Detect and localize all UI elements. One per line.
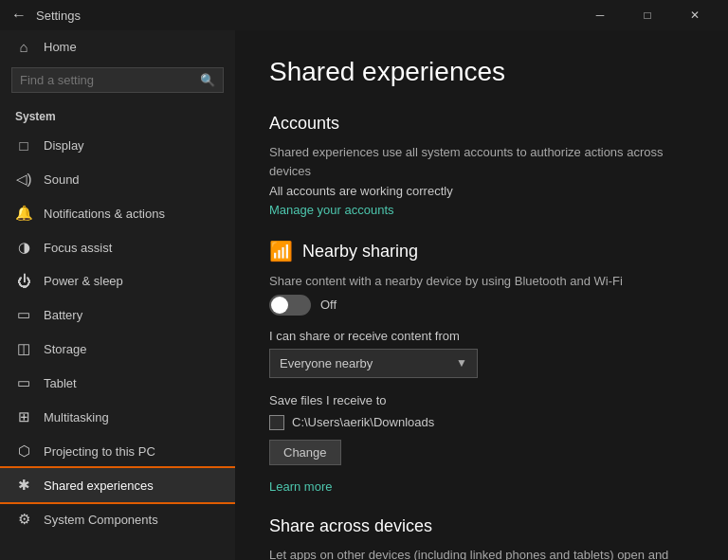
- home-icon: ⌂: [15, 39, 32, 55]
- sidebar-home-label: Home: [44, 40, 77, 54]
- share-from-label: I can share or receive content from: [269, 329, 694, 343]
- sidebar-item-components[interactable]: ⚙ System Components: [0, 502, 235, 536]
- display-icon: □: [15, 137, 32, 154]
- sidebar-item-shared[interactable]: ✱ Shared experiences: [0, 468, 235, 502]
- window-controls: ─ □ ✕: [578, 0, 717, 30]
- battery-icon: ▭: [15, 306, 32, 323]
- nearby-toggle-label: Off: [320, 298, 337, 312]
- search-input[interactable]: [20, 73, 194, 87]
- savefile-path: C:\Users\aerik\Downloads: [292, 415, 434, 429]
- titlebar: ← Settings ─ □ ✕: [0, 0, 728, 30]
- share-devices-description: Let apps on other devices (including lin…: [269, 546, 694, 561]
- accounts-title: Accounts: [269, 114, 694, 134]
- power-icon: ⏻: [15, 273, 32, 289]
- components-icon: ⚙: [15, 511, 32, 528]
- nearby-sharing-description: Share content with a nearby device by us…: [269, 272, 694, 291]
- save-files-label: Save files I receive to: [269, 393, 694, 407]
- storage-icon: ◫: [15, 340, 32, 357]
- nearby-sharing-title: Nearby sharing: [302, 242, 418, 262]
- titlebar-title: Settings: [36, 9, 578, 23]
- shared-icon: ✱: [15, 477, 32, 494]
- sidebar-multitasking-label: Multitasking: [44, 410, 109, 425]
- sidebar-sound-label: Sound: [44, 172, 80, 187]
- back-button[interactable]: ←: [11, 7, 27, 24]
- sidebar-components-label: System Components: [44, 513, 158, 527]
- nearby-toggle-row: Off: [269, 295, 694, 316]
- learn-more-link[interactable]: Learn more: [269, 479, 332, 494]
- main-content: Shared experiences Accounts Shared exper…: [235, 30, 728, 560]
- sidebar-item-power[interactable]: ⏻ Power & sleep: [0, 264, 235, 298]
- dropdown-arrow-icon: ▼: [456, 356, 467, 370]
- minimize-button[interactable]: ─: [578, 0, 622, 30]
- sidebar-tablet-label: Tablet: [44, 376, 77, 390]
- accounts-description: Shared experiences use all system accoun…: [269, 143, 694, 180]
- sidebar-item-tablet[interactable]: ▭ Tablet: [0, 366, 235, 400]
- close-button[interactable]: ✕: [673, 0, 717, 30]
- dropdown-value: Everyone nearby: [280, 356, 373, 370]
- sidebar-item-multitasking[interactable]: ⊞ Multitasking: [0, 400, 235, 434]
- sidebar-section-system: System: [0, 104, 235, 129]
- accounts-status: All accounts are working correctly: [269, 184, 694, 198]
- focus-icon: ◑: [15, 239, 32, 256]
- sidebar-battery-label: Battery: [44, 308, 82, 322]
- maximize-button[interactable]: □: [626, 0, 669, 30]
- sidebar-item-display[interactable]: □ Display: [0, 129, 235, 162]
- notifications-icon: 🔔: [15, 205, 32, 222]
- share-from-dropdown[interactable]: Everyone nearby ▼: [269, 349, 478, 378]
- nearby-toggle[interactable]: [269, 295, 311, 316]
- sidebar: ⌂ Home 🔍 System □ Display ◁) Sound 🔔 Not…: [0, 30, 235, 560]
- sidebar-projecting-label: Projecting to this PC: [44, 444, 155, 459]
- sidebar-item-projecting[interactable]: ⬡ Projecting to this PC: [0, 434, 235, 468]
- share-from-row: I can share or receive content from Ever…: [269, 329, 694, 378]
- share-devices-title: Share across devices: [269, 516, 694, 536]
- accounts-section: Accounts Shared experiences use all syst…: [269, 114, 694, 217]
- nearby-sharing-icon: 📶: [269, 240, 293, 262]
- manage-accounts-link[interactable]: Manage your accounts: [269, 203, 394, 217]
- sidebar-focus-label: Focus assist: [44, 241, 112, 255]
- sidebar-power-label: Power & sleep: [44, 274, 123, 288]
- share-devices-section: Share across devices Let apps on other d…: [269, 516, 694, 561]
- sidebar-storage-label: Storage: [44, 342, 87, 356]
- page-title: Shared experiences: [269, 57, 694, 87]
- tablet-icon: ▭: [15, 374, 32, 391]
- sidebar-item-home[interactable]: ⌂ Home: [0, 30, 235, 63]
- sidebar-display-label: Display: [44, 138, 84, 153]
- nearby-sharing-header: 📶 Nearby sharing: [269, 240, 694, 262]
- sidebar-item-battery[interactable]: ▭ Battery: [0, 298, 235, 332]
- savefile-checkbox[interactable]: [269, 415, 284, 430]
- sidebar-notifications-label: Notifications & actions: [44, 207, 165, 221]
- projecting-icon: ⬡: [15, 443, 32, 460]
- search-box[interactable]: 🔍: [11, 67, 224, 93]
- sidebar-item-focus[interactable]: ◑ Focus assist: [0, 230, 235, 264]
- sidebar-item-sound[interactable]: ◁) Sound: [0, 162, 235, 196]
- sidebar-item-notifications[interactable]: 🔔 Notifications & actions: [0, 196, 235, 230]
- multitasking-icon: ⊞: [15, 408, 32, 425]
- search-icon: 🔍: [200, 73, 215, 87]
- sound-icon: ◁): [15, 171, 32, 188]
- app-body: ⌂ Home 🔍 System □ Display ◁) Sound 🔔 Not…: [0, 30, 728, 560]
- sidebar-shared-label: Shared experiences: [44, 479, 154, 493]
- change-button[interactable]: Change: [269, 440, 341, 465]
- savefile-row: C:\Users\aerik\Downloads: [269, 415, 694, 430]
- nearby-sharing-section: 📶 Nearby sharing Share content with a ne…: [269, 240, 694, 494]
- sidebar-item-storage[interactable]: ◫ Storage: [0, 332, 235, 366]
